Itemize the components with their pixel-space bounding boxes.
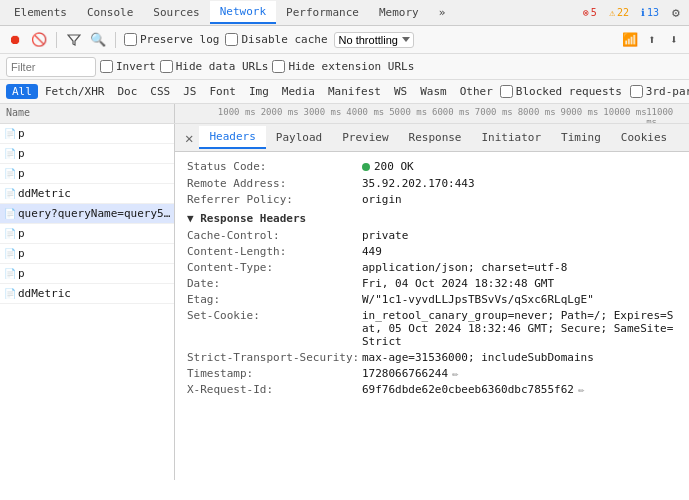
badge-area: ⊗ 5 ⚠ 22 ℹ 13 ⚙ xyxy=(579,4,685,22)
network-list-item[interactable]: 📄p xyxy=(0,224,174,244)
network-list-item[interactable]: 📄query?queryName=query5&... xyxy=(0,204,174,224)
clear-button[interactable]: 🚫 xyxy=(30,31,48,49)
network-row-name: p xyxy=(18,227,172,240)
toolbar-right-icons: 📶 ⬆ ⬇ xyxy=(621,31,683,49)
error-icon: ⊗ xyxy=(583,7,589,18)
invert-checkbox-label[interactable]: Invert xyxy=(100,60,156,73)
timeline-tick: 1000 ms xyxy=(218,107,256,117)
response-header-key: Strict-Transport-Security: xyxy=(187,351,362,364)
filter-row: Invert Hide data URLs Hide extension URL… xyxy=(0,54,689,80)
network-list-item[interactable]: 📄p xyxy=(0,124,174,144)
type-btn-all[interactable]: All xyxy=(6,84,38,99)
type-btn-fetch-xhr[interactable]: Fetch/XHR xyxy=(39,84,111,99)
response-header-value: 69f76dbde62e0cbeeb6360dbc7855f62✏ xyxy=(362,383,677,396)
network-row-name: p xyxy=(18,127,172,140)
blocked-requests-checkbox[interactable] xyxy=(500,85,513,98)
network-row-name: p xyxy=(18,267,172,280)
detail-pane: ✕ Headers Payload Preview Response Initi… xyxy=(175,124,689,480)
close-detail-button[interactable]: ✕ xyxy=(179,129,199,147)
response-header-row: Content-Length:449 xyxy=(187,245,677,258)
type-btn-wasm[interactable]: Wasm xyxy=(414,84,453,99)
detail-tab-response[interactable]: Response xyxy=(399,127,472,148)
type-btn-manifest[interactable]: Manifest xyxy=(322,84,387,99)
record-button[interactable]: ⏺ xyxy=(6,31,24,49)
type-btn-css[interactable]: CSS xyxy=(144,84,176,99)
type-btn-media[interactable]: Media xyxy=(276,84,321,99)
network-list-item[interactable]: 📄p xyxy=(0,244,174,264)
edit-icon[interactable]: ✏ xyxy=(452,367,459,380)
tab-performance[interactable]: Performance xyxy=(276,2,369,23)
response-header-row: X-Request-Id:69f76dbde62e0cbeeb6360dbc78… xyxy=(187,383,677,396)
disable-cache-checkbox-label[interactable]: Disable cache xyxy=(225,33,327,46)
type-btn-ws[interactable]: WS xyxy=(388,84,413,99)
filter-icon[interactable] xyxy=(65,31,83,49)
type-btn-js[interactable]: JS xyxy=(177,84,202,99)
type-btn-font[interactable]: Font xyxy=(203,84,242,99)
hide-data-urls-checkbox-label[interactable]: Hide data URLs xyxy=(160,60,269,73)
status-code-label: Status Code: xyxy=(187,160,362,173)
detail-tab-preview[interactable]: Preview xyxy=(332,127,398,148)
third-party-checkbox[interactable] xyxy=(630,85,643,98)
hide-data-urls-checkbox[interactable] xyxy=(160,60,173,73)
response-header-value: max-age=31536000; includeSubDomains xyxy=(362,351,677,364)
referrer-policy-label: Referrer Policy: xyxy=(187,193,362,206)
timeline-name-column-header: Name xyxy=(0,104,175,123)
top-tab-bar: Elements Console Sources Network Perform… xyxy=(0,0,689,26)
response-header-row: Etag:W/"1c1-vyvdLLJpsTBSvVs/qSxc6RLqLgE" xyxy=(187,293,677,306)
edit-icon[interactable]: ✏ xyxy=(578,383,585,396)
network-list-item[interactable]: 📄ddMetric xyxy=(0,284,174,304)
disable-cache-checkbox[interactable] xyxy=(225,33,238,46)
detail-tab-headers[interactable]: Headers xyxy=(199,126,265,149)
hide-ext-checkbox-label[interactable]: Hide extension URLs xyxy=(272,60,414,73)
throttle-select[interactable]: No throttling Slow 3G Fast 3G Offline xyxy=(334,32,414,48)
response-header-value: in_retool_canary_group=never; Path=/; Ex… xyxy=(362,309,677,348)
detail-tab-timing[interactable]: Timing xyxy=(551,127,611,148)
settings-icon[interactable]: ⚙ xyxy=(667,4,685,22)
toolbar: ⏺ 🚫 🔍 Preserve log Disable cache No thro… xyxy=(0,26,689,54)
timeline-header: Name 1000 ms2000 ms3000 ms4000 ms5000 ms… xyxy=(0,104,689,124)
response-header-key: Set-Cookie: xyxy=(187,309,362,322)
tab-elements[interactable]: Elements xyxy=(4,2,77,23)
network-list-item[interactable]: 📄ddMetric xyxy=(0,184,174,204)
network-row-name: ddMetric xyxy=(18,287,172,300)
detail-content: Status Code: 200 OK Remote Address: 35.9… xyxy=(175,152,689,480)
network-list-item[interactable]: 📄p xyxy=(0,264,174,284)
hide-ext-checkbox[interactable] xyxy=(272,60,285,73)
referrer-policy-row: Referrer Policy: origin xyxy=(187,193,677,206)
type-btn-other[interactable]: Other xyxy=(454,84,499,99)
tab-console[interactable]: Console xyxy=(77,2,143,23)
timeline-tick: 6000 ms xyxy=(432,107,470,117)
detail-tab-initiator[interactable]: Initiator xyxy=(472,127,552,148)
type-btn-img[interactable]: Img xyxy=(243,84,275,99)
tab-more[interactable]: » xyxy=(429,2,456,23)
response-header-row: Cache-Control:private xyxy=(187,229,677,242)
type-btn-doc[interactable]: Doc xyxy=(111,84,143,99)
preserve-log-checkbox[interactable] xyxy=(124,33,137,46)
network-list-item[interactable]: 📄p xyxy=(0,144,174,164)
invert-checkbox[interactable] xyxy=(100,60,113,73)
blocked-requests-checkbox-label[interactable]: Blocked requests xyxy=(500,85,622,98)
warning-badge: ⚠ 22 xyxy=(605,6,633,19)
network-row-name: p xyxy=(18,167,172,180)
detail-tab-cookies[interactable]: Cookies xyxy=(611,127,677,148)
timeline-bar-area: 1000 ms2000 ms3000 ms4000 ms5000 ms6000 … xyxy=(175,104,689,123)
tab-memory[interactable]: Memory xyxy=(369,2,429,23)
preserve-log-checkbox-label[interactable]: Preserve log xyxy=(124,33,219,46)
doc-icon: 📄 xyxy=(4,288,18,299)
import-icon[interactable]: ⬆ xyxy=(643,31,661,49)
export-icon[interactable]: ⬇ xyxy=(665,31,683,49)
timeline-tick: 2000 ms xyxy=(261,107,299,117)
tab-sources[interactable]: Sources xyxy=(143,2,209,23)
filter-input[interactable] xyxy=(11,61,91,73)
info-badge: ℹ 13 xyxy=(637,6,663,19)
search-icon[interactable]: 🔍 xyxy=(89,31,107,49)
wifi-icon[interactable]: 📶 xyxy=(621,31,639,49)
detail-tab-payload[interactable]: Payload xyxy=(266,127,332,148)
network-list: 📄p📄p📄p📄ddMetric📄query?queryName=query5&.… xyxy=(0,124,175,480)
third-party-checkbox-label[interactable]: 3rd-party requests xyxy=(630,85,689,98)
doc-icon: 📄 xyxy=(4,268,18,279)
tab-network[interactable]: Network xyxy=(210,1,276,24)
response-headers-toggle[interactable]: ▼ Response Headers xyxy=(187,212,677,225)
network-list-item[interactable]: 📄p xyxy=(0,164,174,184)
type-row-right: Blocked requests 3rd-party requests xyxy=(500,85,689,98)
